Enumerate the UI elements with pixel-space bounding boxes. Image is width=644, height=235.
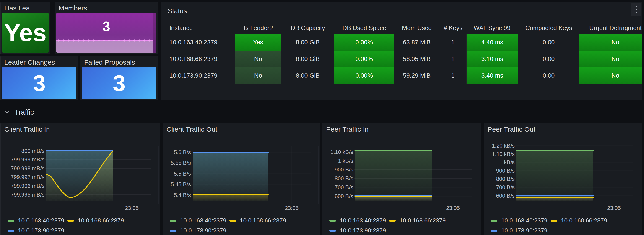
table-cell: No	[580, 51, 642, 67]
sparkline-points	[56, 39, 153, 42]
legend-series-color	[550, 220, 557, 222]
stat-panel-members: Members 3	[55, 2, 158, 54]
panel-title[interactable]: Leader Changes	[4, 58, 55, 66]
y-axis-tick-label: 5.45 B/s	[171, 181, 191, 187]
y-axis-tick-label: 800 B/s	[335, 175, 353, 182]
table-cell: 0.00	[518, 67, 580, 84]
legend-item[interactable]: 10.0.168.66:2379	[550, 217, 607, 224]
column-header[interactable]: WAL Sync 99p	[466, 22, 518, 34]
table-cell: 3.40 ms	[466, 67, 518, 84]
y-axis-tick-label: 800 mB/s	[22, 148, 44, 154]
legend-item[interactable]: 10.0.168.66:2379	[67, 217, 124, 224]
stat-panel-leader-changes: Leader Changes 3	[0, 56, 78, 100]
legend-series-color	[230, 220, 236, 222]
legend-series-label: 10.0.163.40:2379	[340, 217, 386, 224]
series-area-10.0.163.40:2379	[516, 150, 593, 201]
table-cell: 1	[440, 34, 466, 50]
y-axis-tick-label: 900 B/s	[335, 167, 353, 173]
column-header[interactable]: Instance	[161, 22, 235, 34]
panel-title[interactable]: Status	[168, 7, 187, 15]
legend-item[interactable]: 10.0.163.40:2379	[8, 217, 64, 224]
x-axis-tick-label: 23:05	[285, 205, 298, 211]
legend-item[interactable]: 10.0.173.90:2379	[329, 227, 386, 234]
legend-series-color	[67, 220, 74, 222]
y-axis-tick-label: 799.997 mB/s	[11, 174, 44, 180]
legend-series-color	[170, 220, 176, 222]
sparkline-edge	[153, 13, 156, 53]
legend-series-color	[170, 230, 176, 232]
table-cell: 0.00%	[334, 51, 394, 67]
y-axis-tick-label: 600 B/s	[496, 193, 515, 199]
legend-item[interactable]: 10.0.163.40:2379	[491, 217, 547, 224]
x-axis-tick-label: 23:05	[446, 205, 460, 211]
y-axis-tick-label: 5.6 B/s	[174, 149, 191, 155]
legend-series-label: 10.0.163.40:2379	[180, 217, 226, 224]
legend-series-color	[389, 220, 396, 222]
legend-item[interactable]: 10.0.168.66:2379	[230, 217, 286, 224]
stat-panel-has-leader: Has Lea... Yes	[0, 2, 50, 54]
panel-title[interactable]: Failed Proposals	[84, 58, 135, 66]
legend-item[interactable]: 10.0.173.90:2379	[170, 227, 226, 234]
table-cell: Yes	[235, 34, 282, 50]
legend-series-label: 10.0.163.40:2379	[18, 217, 64, 224]
y-axis-tick-label: 900 B/s	[496, 168, 515, 174]
legend-series-label: 10.0.173.90:2379	[501, 227, 547, 234]
chart-panel-peer-traffic-in: Peer Traffic In 1.10 kB/s1 kB/s900 B/s80…	[322, 123, 481, 235]
stat-value-block: 3	[82, 67, 156, 99]
legend-series-label: 10.0.168.66:2379	[400, 217, 446, 224]
legend-item[interactable]: 10.0.173.90:2379	[8, 227, 64, 234]
column-header[interactable]: DB Capacity	[282, 22, 334, 34]
x-axis-tick-label: 23:05	[607, 205, 621, 211]
column-header[interactable]: DB Used Space	[334, 22, 394, 34]
column-header[interactable]: Is Leader?	[235, 22, 282, 34]
chart-panel-peer-traffic-out: Peer Traffic Out 1.20 kB/s1.10 kB/s1 kB/…	[484, 123, 642, 235]
stat-value: 3	[113, 72, 126, 94]
table-cell: 3.10 ms	[466, 51, 518, 67]
y-axis-tick-label: 5.55 B/s	[171, 160, 191, 166]
chart-panel-client-traffic-out: Client Traffic Out 5.6 B/s5.55 B/s5.5 B/…	[162, 123, 320, 235]
panel-title[interactable]: Has Lea...	[4, 4, 36, 12]
table-cell: 10.0.168.66:2379	[161, 51, 235, 67]
series-area-10.0.173.90:2379	[516, 196, 593, 201]
legend-series-label: 10.0.168.66:2379	[240, 217, 286, 224]
y-axis-tick-label: 799.996 mB/s	[11, 183, 44, 189]
table-cell: No	[580, 34, 642, 50]
column-header[interactable]: Urgent Defragment	[580, 22, 642, 34]
table-cell: 10.0.173.90:2379	[161, 67, 235, 84]
table-row: 10.0.173.90:2379No8.00 GiB0.00%59.29 MiB…	[161, 67, 642, 84]
column-header[interactable]: # Keys	[440, 22, 466, 34]
chevron-down-icon	[4, 109, 10, 116]
legend-series-label: 10.0.163.40:2379	[501, 217, 547, 224]
y-axis-tick-label: 1.10 kB/s	[330, 149, 353, 155]
stat-value-block: 3	[56, 13, 156, 53]
legend-item[interactable]: 10.0.173.90:2379	[491, 227, 547, 234]
stat-value: Yes	[4, 20, 46, 45]
legend-series-color	[491, 220, 497, 222]
y-axis-tick-label: 799.998 mB/s	[11, 165, 44, 172]
panel-title[interactable]: Members	[58, 4, 87, 12]
legend-item[interactable]: 10.0.163.40:2379	[170, 217, 226, 224]
row-section-title: Traffic	[14, 108, 34, 116]
table-cell: 1	[440, 51, 466, 67]
table-cell: 4.40 ms	[466, 34, 518, 50]
x-axis-tick-label: 23:05	[125, 205, 139, 211]
column-header[interactable]: Mem Used	[394, 22, 440, 34]
legend-series-label: 10.0.173.90:2379	[340, 227, 386, 234]
series-area-10.0.163.40:2379	[355, 150, 432, 201]
table-cell: No	[580, 67, 642, 84]
legend-item[interactable]: 10.0.163.40:2379	[329, 217, 386, 224]
table-cell: 8.00 GiB	[282, 51, 334, 67]
legend-series-label: 10.0.168.66:2379	[561, 217, 607, 224]
y-axis-tick-label: 799.999 mB/s	[11, 156, 44, 163]
kebab-menu-icon[interactable]	[631, 2, 642, 16]
table-header-row: InstanceIs Leader?DB CapacityDB Used Spa…	[161, 22, 642, 34]
chart-body: 1.10 kB/s1 kB/s900 B/s800 B/s700 B/s600 …	[322, 123, 481, 235]
table-cell: 10.0.163.40:2379	[161, 34, 235, 50]
stat-value: 3	[33, 72, 46, 94]
table-cell: 63.87 MiB	[394, 34, 440, 50]
grafana-etcd-dashboard: { "colors": { "page_bg": "#0e1014", "pan…	[0, 0, 644, 235]
legend-item[interactable]: 10.0.168.66:2379	[389, 217, 446, 224]
row-section-traffic[interactable]: Traffic	[4, 107, 34, 117]
column-header[interactable]: Compacted Keys	[518, 22, 580, 34]
table-cell: 59.29 MiB	[394, 67, 440, 84]
